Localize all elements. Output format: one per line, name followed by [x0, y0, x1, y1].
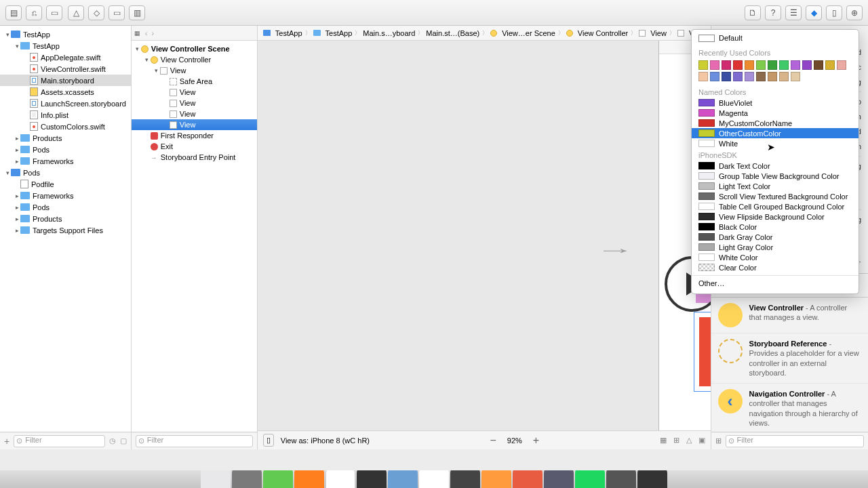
issues-button[interactable]: △ — [68, 5, 84, 20]
color-swatch[interactable] — [768, 72, 777, 81]
color-swatch[interactable] — [745, 60, 754, 70]
sdk-color-row[interactable]: Black Color — [692, 222, 859, 232]
lib-item-storyboard-ref[interactable]: Storyboard Reference - Provides a placeh… — [711, 333, 868, 384]
dock-app4-icon[interactable] — [513, 470, 542, 488]
color-swatch[interactable] — [791, 72, 800, 81]
products-folder[interactable]: ▸Products — [0, 132, 131, 144]
named-color-row[interactable]: BlueViolet — [692, 98, 859, 108]
color-swatch[interactable] — [710, 72, 719, 81]
dock-safari-icon[interactable] — [232, 470, 262, 488]
back-button[interactable]: ‹ — [142, 29, 151, 37]
sdk-color-row[interactable]: Light Text Color — [692, 181, 859, 191]
scene-row[interactable]: ▾View Controller Scene — [132, 43, 257, 54]
navigator-filter-input[interactable]: Filter — [14, 435, 105, 447]
size-inspector-button[interactable]: ▯ — [826, 5, 842, 20]
identity-inspector-button[interactable]: ☰ — [785, 5, 802, 20]
subview-row-selected[interactable]: View — [132, 119, 257, 130]
named-color-row[interactable]: MyCustomColorName — [692, 118, 859, 128]
zoom-in-button[interactable]: + — [529, 434, 543, 447]
sdk-color-row[interactable]: Dark Gray Color — [692, 232, 859, 242]
connections-inspector-button[interactable]: ⊕ — [846, 5, 863, 20]
file-appdelegate[interactable]: AppDelegate.swift — [0, 52, 131, 63]
targets-folder[interactable]: ▸Targets Support Files — [0, 224, 131, 236]
color-swatch[interactable] — [779, 72, 789, 81]
color-swatch[interactable] — [756, 72, 766, 81]
named-color-row[interactable]: Magenta — [692, 108, 859, 118]
sdk-color-row[interactable]: Light Gray Color — [692, 242, 859, 252]
sdk-color-row[interactable]: Scroll View Textured Background Color — [692, 191, 859, 201]
outline-toggle-button[interactable]: ▦ — [134, 30, 141, 37]
file-assets[interactable]: Assets.xcassets — [0, 86, 131, 98]
sdk-color-row[interactable]: Clear Color — [692, 262, 859, 272]
file-main-storyboard[interactable]: Main.storyboard — [0, 75, 131, 86]
sdk-color-row[interactable]: View Flipside Background Color — [692, 211, 859, 222]
dock-app5-icon[interactable] — [544, 470, 574, 488]
color-swatch[interactable] — [791, 60, 800, 70]
history-back-button[interactable]: ⎌ — [26, 5, 42, 20]
activity-button[interactable]: ▭ — [108, 5, 125, 20]
resolve-button[interactable]: △ — [686, 436, 692, 445]
color-swatch[interactable] — [722, 60, 731, 70]
sdk-color-row[interactable]: White Color — [692, 252, 859, 262]
named-color-row[interactable]: OtherCustomColor — [692, 128, 859, 138]
pods-project[interactable]: ▾Pods — [0, 167, 131, 178]
layout-button[interactable]: ▭ — [46, 5, 62, 20]
root-view-row[interactable]: ▾View — [132, 65, 257, 76]
embed-button[interactable]: ▣ — [698, 436, 705, 445]
color-swatch[interactable] — [768, 60, 777, 70]
lib-item-viewcontroller[interactable]: View Controller - A controller that mana… — [711, 298, 868, 333]
file-inspector-button[interactable]: 🗋 — [745, 5, 761, 20]
filter-scope-icon[interactable]: ▢ — [120, 436, 127, 445]
color-swatch[interactable] — [698, 72, 708, 81]
color-swatch[interactable] — [745, 72, 754, 81]
entry-point-row[interactable]: →Storyboard Entry Point — [132, 152, 257, 163]
library-view-button[interactable]: ⊞ — [715, 436, 722, 445]
sdk-color-row[interactable]: Group Table View Background Color — [692, 171, 859, 181]
add-button[interactable]: + — [4, 436, 9, 447]
file-launchscreen[interactable]: LaunchScreen.storyboard — [0, 98, 131, 109]
default-color-row[interactable]: Default — [692, 30, 859, 46]
forward-button[interactable]: › — [151, 29, 154, 37]
color-swatch[interactable] — [698, 60, 708, 70]
pin-button[interactable]: ⊞ — [673, 436, 679, 445]
device-config-button[interactable]: ▯ — [263, 434, 274, 447]
report-button[interactable]: ▥ — [129, 5, 145, 20]
other-color-row[interactable]: Other… — [692, 276, 859, 291]
filter-clock-icon[interactable]: ◷ — [109, 436, 116, 445]
app-folder[interactable]: ▾TestApp — [0, 40, 131, 52]
color-swatch[interactable] — [837, 60, 846, 70]
dock-terminal-icon[interactable] — [357, 470, 387, 488]
help-inspector-button[interactable]: ? — [765, 5, 781, 20]
library-filter-input[interactable]: Filter — [726, 435, 864, 447]
color-swatch[interactable] — [710, 60, 719, 70]
attributes-inspector-button[interactable]: ◆ — [806, 5, 822, 20]
pods-group[interactable]: ▸Pods — [0, 144, 131, 155]
sdk-color-row[interactable]: Table Cell Grouped Background Color — [692, 201, 859, 211]
subview-row[interactable]: View — [132, 98, 257, 108]
dock-spotify-icon[interactable] — [575, 470, 605, 488]
view-as-label[interactable]: View as: iPhone 8 (wC hR) — [281, 436, 370, 445]
dock-app3-icon[interactable] — [481, 470, 511, 488]
color-swatch[interactable] — [756, 60, 766, 70]
lib-item-navigation-controller[interactable]: Navigation Controller - A controller tha… — [711, 384, 868, 432]
color-picker-popup[interactable]: Default Recently Used Colors Named Color… — [691, 29, 859, 294]
align-button[interactable]: ▦ — [660, 436, 667, 445]
file-customcolors[interactable]: CustomColors.swift — [0, 121, 131, 132]
pods-frameworks[interactable]: ▸Frameworks — [0, 190, 131, 201]
named-color-row[interactable]: White — [692, 138, 859, 148]
color-swatch[interactable] — [733, 72, 743, 81]
dock-calendar-icon[interactable] — [419, 470, 449, 488]
pods-products[interactable]: ▸Products — [0, 213, 131, 224]
sdk-color-row[interactable]: Dark Text Color — [692, 161, 859, 171]
dock-app2-icon[interactable] — [388, 470, 418, 488]
dock-finder-icon[interactable] — [201, 470, 231, 488]
dock-firefox-icon[interactable] — [294, 470, 324, 488]
subview-row[interactable]: View — [132, 87, 257, 98]
zoom-out-button[interactable]: − — [486, 434, 500, 447]
color-swatch[interactable] — [779, 60, 789, 70]
color-swatch[interactable] — [722, 72, 731, 81]
color-swatch[interactable] — [802, 60, 812, 70]
file-viewcontroller[interactable]: ViewController.swift — [0, 63, 131, 75]
viewcontroller-row[interactable]: ▾View Controller — [132, 54, 257, 65]
pods-pods[interactable]: ▸Pods — [0, 201, 131, 213]
